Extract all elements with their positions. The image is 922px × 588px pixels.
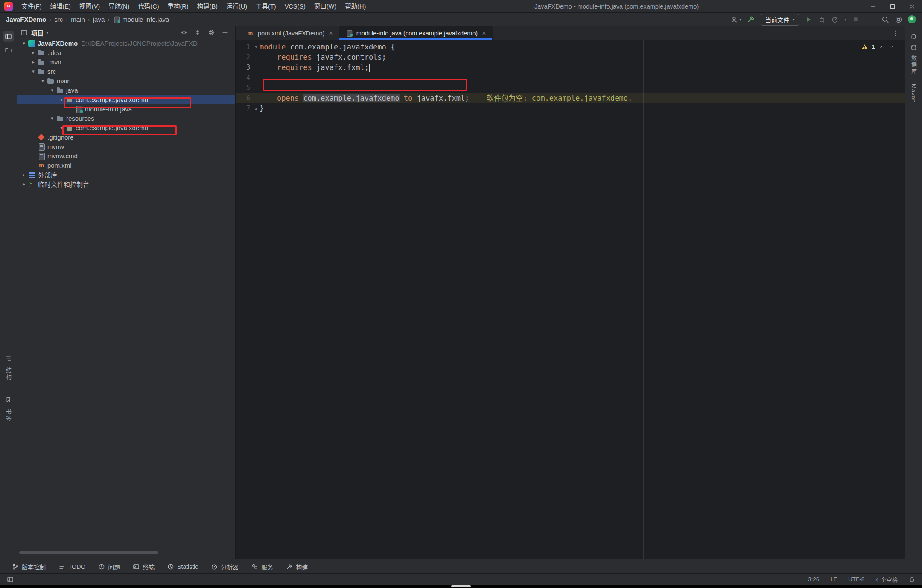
tree-item-module-info[interactable]: module-info.java [17, 104, 235, 114]
settings-gear-icon[interactable] [895, 16, 902, 23]
breadcrumb-separator-icon: › [66, 16, 68, 23]
tree-item-external-libraries[interactable]: ▸ 外部库 [17, 170, 235, 179]
chevron-expanded-icon[interactable]: ▾ [48, 87, 56, 93]
code-editor[interactable]: 1 ▾ module com.example.javafxdemo { 2 re… [236, 40, 905, 559]
menu-run[interactable]: 运行(U) [222, 0, 251, 13]
taskbar-peek [451, 585, 471, 587]
lock-icon[interactable] [909, 576, 915, 582]
tool-version-control[interactable]: 版本控制 [7, 561, 51, 572]
tree-item-src[interactable]: ▾ src [17, 67, 235, 76]
chevron-collapsed-icon[interactable]: ▸ [20, 172, 28, 178]
tool-statistic[interactable]: Statistic [162, 561, 203, 572]
menu-refactor[interactable]: 重构(R) [163, 0, 193, 13]
structure-toolwindow-button[interactable]: 结构 [4, 355, 12, 385]
user-account-button[interactable]: ▾ [730, 16, 741, 23]
tool-services[interactable]: 服务 [246, 561, 278, 572]
fold-open-icon[interactable]: ▾ [253, 42, 260, 52]
chevron-expanded-icon[interactable]: ▾ [48, 116, 56, 121]
tree-item-gitignore[interactable]: .gitignore [17, 132, 235, 142]
hide-panel-icon[interactable] [222, 29, 228, 36]
notifications-toolwindow-button[interactable] [908, 31, 919, 42]
tree-item-main[interactable]: ▾ main [17, 76, 235, 85]
menu-edit[interactable]: 编辑(E) [46, 0, 75, 13]
collapse-all-icon[interactable] [194, 29, 201, 36]
tree-item-project-root[interactable]: ▾ JavaFXDemo D:\IDEAProjects\JCNCProject… [17, 38, 235, 48]
breadcrumb-main[interactable]: main [71, 16, 85, 23]
project-panel-title[interactable]: 项目 [31, 28, 44, 37]
tab-module-info[interactable]: module-info.java (com.example.javafxdemo… [339, 26, 493, 40]
menu-tools[interactable]: 工具(T) [251, 0, 280, 13]
menu-help[interactable]: 帮助(H) [341, 0, 370, 13]
maximize-button[interactable] [883, 0, 902, 13]
tree-item-resources[interactable]: ▾ resources [17, 114, 235, 123]
plugin-icon[interactable] [908, 15, 916, 23]
file-encoding[interactable]: UTF-8 [848, 576, 864, 582]
tab-pom-xml[interactable]: m pom.xml (JavaFXDemo) × [241, 26, 339, 40]
indent-setting[interactable]: 4 个空格 [875, 575, 898, 584]
chevron-collapsed-icon[interactable]: ▸ [20, 181, 28, 187]
tree-item-idea[interactable]: ▸ .idea [17, 48, 235, 57]
tree-item-pom[interactable]: m pom.xml [17, 160, 235, 170]
debug-bug-icon[interactable] [818, 16, 826, 23]
breadcrumb-src[interactable]: src [54, 16, 63, 23]
tool-todo[interactable]: TODO [53, 561, 90, 572]
menu-vcs[interactable]: VCS(S) [280, 0, 310, 13]
menu-file[interactable]: 文件(F) [17, 0, 46, 13]
run-button[interactable] [805, 16, 812, 23]
chevron-expanded-icon[interactable]: ▾ [57, 97, 66, 102]
caret-position[interactable]: 3:26 [808, 576, 819, 582]
tool-profiler[interactable]: 分析器 [206, 561, 244, 572]
chevron-expanded-icon[interactable]: ▾ [29, 69, 38, 74]
breadcrumb-file[interactable]: module-info.java [122, 16, 169, 23]
menu-build[interactable]: 构建(B) [193, 0, 222, 13]
chevron-expanded-icon[interactable]: ▾ [38, 78, 47, 84]
chevron-expanded-icon[interactable]: ▾ [57, 125, 66, 131]
panel-settings-gear-icon[interactable] [208, 29, 215, 36]
horizontal-scrollbar[interactable] [19, 551, 158, 554]
search-icon[interactable] [881, 16, 889, 23]
line-separator[interactable]: LF [830, 576, 837, 582]
minimize-button[interactable] [863, 0, 883, 13]
tree-item-scratches[interactable]: ▸ 临时文件和控制台 [17, 179, 235, 189]
tool-build[interactable]: 构建 [281, 561, 313, 572]
breadcrumb-project[interactable]: JavaFXDemo [6, 16, 46, 23]
inspection-widget[interactable]: 1 [859, 43, 896, 51]
profiler-icon[interactable] [831, 16, 839, 23]
build-hammer-icon[interactable] [747, 15, 755, 23]
tool-problems[interactable]: 问题 [93, 561, 125, 572]
fold-close-icon[interactable]: ▴ [253, 103, 260, 114]
prev-warning-icon[interactable] [879, 44, 884, 49]
close-icon[interactable]: × [482, 29, 486, 37]
tree-item-mvnw-cmd[interactable]: mvnw.cmd [17, 151, 235, 160]
menu-window[interactable]: 窗口(W) [310, 0, 341, 13]
menu-view[interactable]: 视图(V) [75, 0, 104, 13]
project-toolwindow-button[interactable] [3, 31, 14, 42]
next-warning-icon[interactable] [888, 44, 894, 49]
database-toolwindow-button[interactable]: 数据库 [910, 44, 918, 80]
chevron-expanded-icon[interactable]: ▾ [20, 41, 28, 46]
chevron-collapsed-icon[interactable]: ▸ [29, 50, 38, 55]
close-icon[interactable]: × [329, 29, 333, 37]
stop-button[interactable] [852, 16, 859, 23]
chevron-down-icon[interactable]: ▾ [46, 30, 49, 35]
commit-toolwindow-button[interactable] [3, 44, 14, 55]
more-tabs-icon[interactable]: ⋮ [886, 26, 905, 40]
bookmarks-toolwindow-button[interactable]: 书签 [4, 396, 12, 427]
tree-item-label: JavaFXDemo [38, 40, 78, 47]
breadcrumb-java[interactable]: java [93, 16, 105, 23]
menu-navigate[interactable]: 导航(N) [104, 0, 134, 13]
run-options-chevron-icon[interactable]: ▾ [844, 17, 846, 22]
chevron-collapsed-icon[interactable]: ▸ [29, 59, 38, 65]
tree-item-package-java[interactable]: ▾ com.example.javafxdemo [17, 95, 235, 104]
run-config-combo[interactable]: 当前文件 ▾ [761, 14, 799, 26]
menu-code[interactable]: 代码(C) [134, 0, 163, 13]
tree-item-package-resources[interactable]: ▾ com.example.javafxdemo [17, 123, 235, 132]
tree-item-java[interactable]: ▾ java [17, 85, 235, 95]
tree-item-mvnw[interactable]: mvnw [17, 142, 235, 151]
locate-file-icon[interactable] [181, 29, 187, 36]
close-button[interactable] [902, 0, 922, 13]
tool-terminal[interactable]: 终端 [128, 561, 160, 572]
maven-toolwindow-button[interactable]: Maven [910, 80, 917, 107]
tree-item-mvn[interactable]: ▸ .mvn [17, 57, 235, 67]
layout-settings-icon[interactable] [7, 576, 14, 583]
